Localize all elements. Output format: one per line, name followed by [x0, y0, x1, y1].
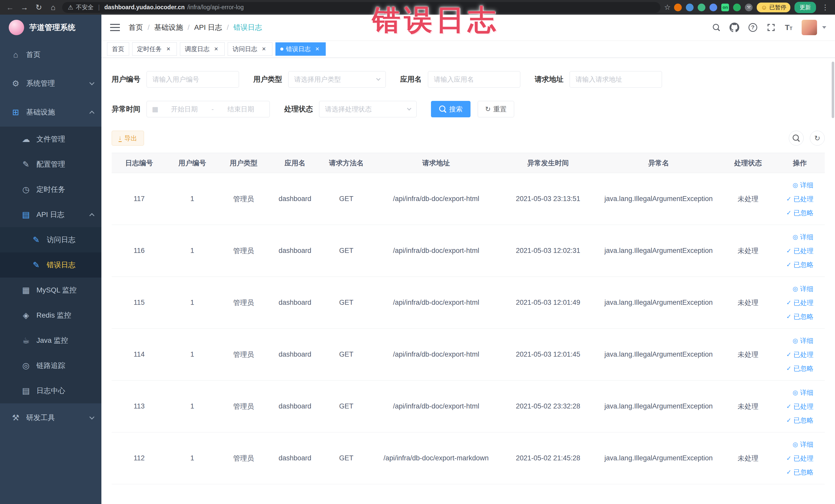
ignored-link[interactable]: ✓已忽略: [775, 206, 814, 220]
sidebar-item-log-center[interactable]: ▤日志中心: [0, 378, 101, 403]
avatar-caret-down-icon[interactable]: [822, 26, 826, 29]
chevron-up-icon: [89, 110, 95, 116]
not-secure-warning-icon: ⚠: [68, 4, 74, 11]
process-status-placeholder: 请选择处理状态: [325, 105, 408, 114]
sidebar-item-redis-monitor[interactable]: ◈Redis 监控: [0, 303, 101, 328]
page-content: 用户编号 用户类型 请选择用户类型 应用名 请求地址: [101, 58, 835, 504]
tab-access-log[interactable]: 访问日志×: [228, 42, 272, 56]
processed-link[interactable]: ✓已处理: [775, 244, 814, 258]
ignored-link[interactable]: ✓已忽略: [775, 465, 814, 479]
search-icon[interactable]: [713, 24, 720, 31]
close-icon[interactable]: ×: [165, 45, 172, 53]
user-type-select[interactable]: 请选择用户类型: [288, 71, 386, 87]
tab-cron-job[interactable]: 定时任务×: [132, 42, 177, 56]
browser-back-icon[interactable]: ←: [5, 0, 15, 15]
date-range-picker[interactable]: ▦ 开始日期 - 结束日期: [147, 101, 270, 117]
help-icon[interactable]: ?: [749, 23, 757, 32]
cell-actions: ◎详细✓已处理✓已忽略: [775, 173, 825, 225]
ignored-link[interactable]: ✓已忽略: [775, 414, 814, 427]
cell-log-id: 112: [111, 432, 167, 484]
edit-doc-icon: ✎: [31, 260, 42, 270]
search-button[interactable]: 搜索: [431, 101, 470, 117]
sidebar-item-infrastructure[interactable]: ⊞基础设施: [0, 98, 101, 126]
bookmark-star-icon[interactable]: ☆: [664, 3, 670, 12]
detail-link[interactable]: ◎详细: [775, 282, 814, 296]
hamburger-icon[interactable]: [110, 24, 120, 31]
sidebar-item-home[interactable]: ⌂首页: [0, 40, 101, 69]
date-range-separator: -: [210, 105, 215, 113]
cell-exception-time: 2021-05-03 23:13:51: [500, 173, 596, 225]
breadcrumb-item-infrastructure[interactable]: 基础设施: [154, 23, 183, 32]
processed-link[interactable]: ✓已处理: [775, 348, 814, 362]
ignored-link[interactable]: ✓已忽略: [775, 258, 814, 271]
browser-refresh-icon[interactable]: ↻: [33, 0, 44, 15]
vue-devtools-icon[interactable]: [698, 4, 705, 11]
breadcrumb-item-home[interactable]: 首页: [128, 23, 143, 32]
user-id-input[interactable]: [147, 71, 239, 87]
search-toggle-button[interactable]: [789, 131, 804, 146]
check-icon: ✓: [786, 400, 791, 414]
close-icon[interactable]: ×: [314, 45, 321, 53]
column-header: 异常名: [596, 153, 721, 173]
close-icon[interactable]: ×: [212, 45, 220, 53]
extension-icon[interactable]: [674, 4, 682, 11]
user-avatar[interactable]: [802, 20, 817, 35]
fullscreen-icon[interactable]: [767, 23, 776, 32]
omnibox-divider: |: [98, 4, 100, 11]
tab-schedule-log[interactable]: 调度日志×: [180, 42, 225, 56]
ignored-link[interactable]: ✓已忽略: [775, 362, 814, 375]
sidebar-item-access-log[interactable]: ✎访问日志: [0, 227, 101, 253]
tab-error-log[interactable]: 错误日志×: [276, 42, 326, 56]
breadcrumb-item-api-log[interactable]: API 日志: [194, 23, 222, 32]
refresh-button[interactable]: ↻: [810, 131, 825, 146]
sidebar-item-error-log[interactable]: ✎错误日志: [0, 253, 101, 278]
sidebar-item-api-log[interactable]: ▤API 日志: [0, 202, 101, 227]
processed-link[interactable]: ✓已处理: [775, 192, 814, 206]
reset-button[interactable]: ↻ 重置: [478, 101, 514, 117]
cell-log-id: 115: [111, 277, 167, 329]
sidebar-item-dev-tools[interactable]: ⚒研发工具: [0, 403, 101, 432]
close-icon[interactable]: ×: [260, 45, 267, 53]
detail-link[interactable]: ◎详细: [775, 386, 814, 400]
sidebar-item-file-mgmt[interactable]: ☁文件管理: [0, 126, 101, 152]
detail-link[interactable]: ◎详细: [775, 230, 814, 244]
cell-exception-name: java.lang.IllegalArgumentException: [596, 277, 721, 329]
sidebar-item-label: 研发工具: [26, 413, 90, 423]
processed-link[interactable]: ✓已处理: [775, 451, 814, 465]
processed-link[interactable]: ✓已处理: [775, 296, 814, 310]
extension-icon[interactable]: [686, 4, 694, 11]
paused-badge[interactable]: ☺已暂停: [757, 3, 790, 12]
detail-link[interactable]: ◎详细: [775, 334, 814, 348]
sidebar-item-system-mgmt[interactable]: ⚙系统管理: [0, 69, 101, 98]
sidebar-item-cron-job[interactable]: ◷定时任务: [0, 177, 101, 202]
extension-on-badge[interactable]: on: [721, 4, 729, 11]
ignored-link[interactable]: ✓已忽略: [775, 310, 814, 323]
scrollbar[interactable]: [832, 62, 834, 118]
start-date-placeholder: 开始日期: [161, 105, 208, 114]
github-icon[interactable]: [730, 23, 739, 32]
browser-forward-icon[interactable]: →: [19, 0, 30, 15]
update-button[interactable]: 更新: [794, 2, 816, 13]
tab-home[interactable]: 首页: [107, 42, 129, 56]
browser-home-icon[interactable]: ⌂: [48, 0, 59, 15]
browser-menu-kebab-icon[interactable]: ⋮: [820, 3, 830, 12]
address-bar[interactable]: ⚠ 不安全 | dashboard.yudao.iocoder.cn /infr…: [62, 2, 660, 13]
sidebar-item-config-mgmt[interactable]: ✎配置管理: [0, 152, 101, 177]
extension-icon[interactable]: ⚒: [745, 4, 753, 11]
cell-actions: ◎详细✓已处理✓已忽略: [775, 432, 825, 484]
extension-icon[interactable]: [733, 4, 741, 11]
extension-icon[interactable]: [710, 4, 717, 11]
request-url-input[interactable]: [570, 71, 662, 87]
app-logo[interactable]: 芋道管理系统: [0, 15, 101, 40]
export-button[interactable]: ↓ 导出: [111, 131, 144, 146]
detail-link[interactable]: ◎详细: [775, 438, 814, 451]
process-status-select[interactable]: 请选择处理状态: [319, 101, 416, 117]
column-header: 请求方法名: [321, 153, 372, 173]
processed-link[interactable]: ✓已处理: [775, 400, 814, 414]
font-size-icon[interactable]: TT: [785, 23, 792, 32]
sidebar-item-mysql-monitor[interactable]: ▦MySQL 监控: [0, 278, 101, 303]
app-name-input[interactable]: [428, 71, 520, 87]
sidebar-item-link-trace[interactable]: ◎链路追踪: [0, 353, 101, 378]
sidebar-item-java-monitor[interactable]: ☕Java 监控: [0, 328, 101, 353]
detail-link[interactable]: ◎详细: [775, 178, 814, 192]
